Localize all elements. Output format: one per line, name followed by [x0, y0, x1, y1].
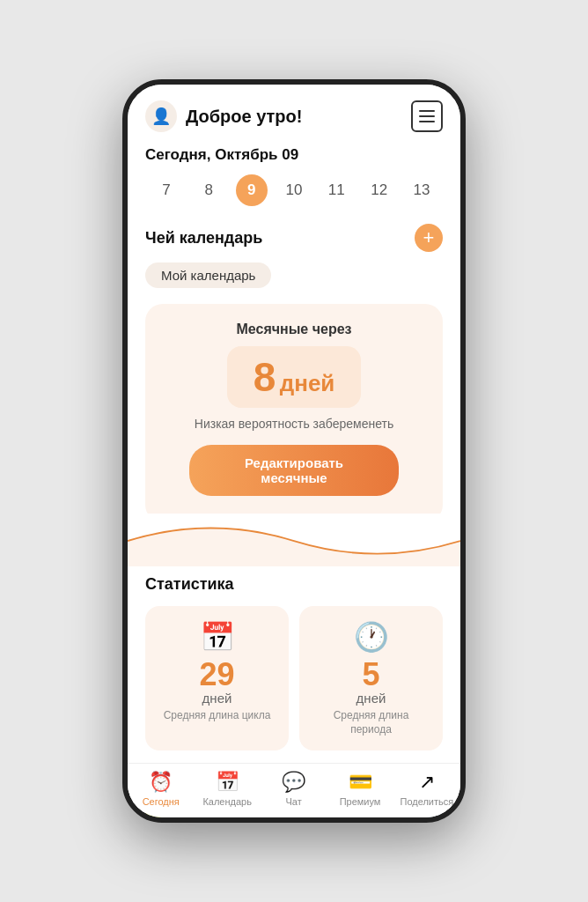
day-7[interactable]: 7 [149, 174, 184, 206]
days-label: дней [280, 370, 335, 396]
days-big-container: 8 дней [227, 346, 362, 408]
today-label: Сегодня [143, 796, 180, 807]
stats-grid: 📅 29 дней Средняя длина цикла 🕐 5 дней С… [145, 606, 443, 750]
phone-screen: 👤 Доброе утро! Сегодня, Октябрь 09 7 8 [128, 85, 460, 817]
calendar-label: Календарь [202, 796, 252, 807]
period-number: 5 [313, 659, 429, 691]
calendar-days-row: 7 8 9 10 11 12 13 [145, 174, 443, 206]
days-number: 8 [254, 354, 276, 400]
nav-premium[interactable]: 💳 Премиум [334, 771, 386, 807]
cycle-number: 29 [159, 659, 275, 691]
nav-chat[interactable]: 💬 Чат [268, 771, 320, 807]
chat-icon: 💬 [282, 771, 305, 794]
stats-title: Статистика [145, 575, 443, 594]
greeting-text: Доброе утро! [186, 107, 302, 127]
avatar: 👤 [145, 100, 177, 132]
period-description: Средняя длина периода [313, 709, 429, 736]
cycle-description: Средняя длина цикла [159, 709, 275, 723]
calendar-owner-header: Чей календарь + [145, 224, 443, 252]
stat-card-period: 🕐 5 дней Средняя длина периода [299, 606, 443, 750]
chat-label: Чат [285, 796, 301, 807]
day-12[interactable]: 12 [362, 174, 397, 206]
menu-button[interactable] [411, 100, 443, 132]
edit-period-button[interactable]: Редактировать месячные [189, 445, 399, 496]
calendar-owner-section: Чей календарь + Мой календарь [128, 215, 460, 295]
day-8[interactable]: 8 [191, 174, 226, 206]
day-10[interactable]: 10 [276, 174, 312, 206]
add-calendar-button[interactable]: + [415, 224, 443, 252]
period-icon: 🕐 [313, 620, 429, 654]
nav-calendar[interactable]: 📅 Календарь [201, 771, 254, 807]
calendar-owner-title: Чей календарь [145, 229, 262, 248]
cycle-unit: дней [159, 691, 275, 706]
premium-label: Премиум [340, 796, 381, 807]
day-13[interactable]: 13 [404, 174, 439, 206]
wave-separator [128, 514, 460, 566]
nav-today[interactable]: ⏰ Сегодня [135, 771, 187, 807]
period-unit: дней [313, 691, 429, 706]
nav-share[interactable]: ↗ Поделиться [400, 771, 453, 807]
phone-frame: 👤 Доброе утро! Сегодня, Октябрь 09 7 8 [122, 79, 466, 823]
calendar-icon: 📅 [216, 771, 239, 794]
date-section: Сегодня, Октябрь 09 7 8 9 10 11 12 [128, 141, 460, 215]
menu-icon [419, 110, 435, 122]
premium-icon: 💳 [349, 771, 372, 794]
bottom-navigation: ⏰ Сегодня 📅 Календарь 💬 Чат 💳 Премиум ↗ … [128, 763, 460, 817]
card-subtitle: Месячные через [163, 322, 425, 337]
today-icon: ⏰ [149, 771, 173, 794]
header-left: 👤 Доброе утро! [145, 100, 302, 132]
stat-card-cycle: 📅 29 дней Средняя длина цикла [145, 606, 289, 750]
main-period-card: Месячные через 8 дней Низкая вероятность… [145, 304, 443, 522]
stats-section: Статистика 📅 29 дней Средняя длина цикла… [128, 566, 460, 759]
header: 👤 Доброе утро! [128, 85, 460, 141]
share-label: Поделиться [400, 796, 453, 807]
share-icon: ↗ [419, 771, 435, 794]
day-9-active[interactable]: 9 [234, 174, 269, 206]
date-title: Сегодня, Октябрь 09 [145, 146, 443, 164]
my-calendar-tag[interactable]: Мой календарь [145, 262, 271, 288]
card-description: Низкая вероятность забеременеть [163, 417, 425, 431]
day-11[interactable]: 11 [319, 174, 354, 206]
cycle-icon: 📅 [159, 620, 275, 654]
